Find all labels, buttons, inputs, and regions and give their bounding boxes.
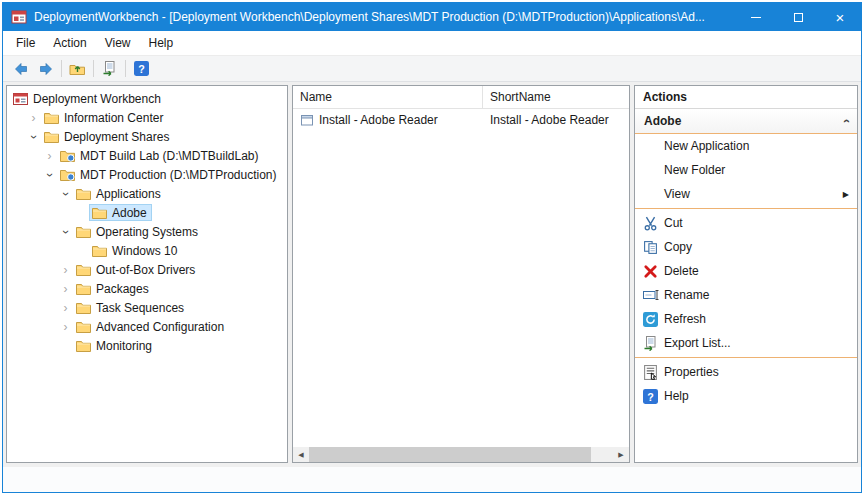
- workbench-icon: [13, 92, 28, 106]
- chevron-collapsed-icon[interactable]: ›: [58, 282, 73, 296]
- close-icon: ×: [836, 10, 845, 25]
- tree-item-mdt-production-d-mdtproduction[interactable]: ›MDT Production (D:\MDTProduction): [7, 165, 287, 184]
- tree-item-windows-10[interactable]: Windows 10: [7, 241, 287, 260]
- menu-file[interactable]: File: [7, 31, 44, 55]
- tree-item-label: Windows 10: [112, 245, 177, 257]
- tree-item-out-of-box-drivers[interactable]: ›Out-of-Box Drivers: [7, 260, 287, 279]
- delete-icon: [643, 264, 664, 279]
- menu-action[interactable]: Action: [44, 31, 95, 55]
- minimize-button[interactable]: [735, 3, 777, 31]
- collapse-group-icon[interactable]: ›: [839, 119, 853, 123]
- title-bar[interactable]: DeploymentWorkbench - [Deployment Workbe…: [3, 3, 861, 31]
- tree-item-content[interactable]: MDT Build Lab (D:\MDTBuildLab): [57, 147, 264, 164]
- action-copy[interactable]: Copy: [635, 235, 857, 259]
- menu-view[interactable]: View: [96, 31, 140, 55]
- action-refresh[interactable]: Refresh: [635, 307, 857, 331]
- close-button[interactable]: ×: [819, 3, 861, 31]
- list-column-headers: NameShortName: [293, 86, 629, 109]
- tree-item-label: Adobe: [112, 207, 147, 219]
- action-properties[interactable]: Properties: [635, 360, 857, 384]
- tree-item-label: Packages: [96, 283, 149, 295]
- tree-item-packages[interactable]: ›Packages: [7, 279, 287, 298]
- tree-item-content[interactable]: Packages: [73, 280, 154, 297]
- tree-item-information-center[interactable]: ›Information Center: [7, 108, 287, 127]
- tree-item-advanced-configuration[interactable]: ›Advanced Configuration: [7, 317, 287, 336]
- menu-help[interactable]: Help: [140, 31, 183, 55]
- export-list-button[interactable]: [97, 57, 122, 80]
- action-label: Properties: [664, 366, 719, 378]
- folder-icon: [76, 187, 91, 200]
- column-header-shortname[interactable]: ShortName: [483, 86, 629, 108]
- tree-item-content[interactable]: Deployment Shares: [41, 128, 174, 145]
- horizontal-scrollbar[interactable]: ◀ ▶: [293, 447, 629, 462]
- tree-item-deployment-shares[interactable]: ›Deployment Shares: [7, 127, 287, 146]
- tree-item-content[interactable]: Deployment Workbench: [10, 90, 166, 108]
- folder-icon: [44, 111, 59, 124]
- tree-item-operating-systems[interactable]: ›Operating Systems: [7, 222, 287, 241]
- tree-item-label: Deployment Shares: [64, 131, 169, 143]
- tree-item-content[interactable]: Operating Systems: [73, 223, 203, 240]
- actions-group-header-adobe[interactable]: Adobe ›: [635, 109, 857, 134]
- tree-item-content[interactable]: Monitoring: [73, 337, 157, 354]
- chevron-expanded-icon[interactable]: ›: [58, 187, 73, 201]
- tree-item-applications[interactable]: ›Applications: [7, 184, 287, 203]
- chevron-collapsed-icon[interactable]: ›: [58, 263, 73, 277]
- up-one-level-button[interactable]: [65, 57, 90, 80]
- folder-icon: [76, 339, 91, 352]
- up-one-level-icon: [69, 61, 86, 76]
- action-label: View: [664, 188, 690, 200]
- actions-group-label: Adobe: [644, 114, 681, 128]
- tree-item-deployment-workbench[interactable]: Deployment Workbench: [7, 89, 287, 108]
- list-item-install-adobe-reader[interactable]: Install - Adobe ReaderInstall - Adobe Re…: [293, 109, 629, 130]
- tree-item-mdt-build-lab-d-mdtbuildlab[interactable]: ›MDT Build Lab (D:\MDTBuildLab): [7, 146, 287, 165]
- maximize-icon: [794, 13, 803, 22]
- export-list-icon: [102, 61, 117, 76]
- tree-item-content[interactable]: MDT Production (D:\MDTProduction): [57, 166, 282, 183]
- tree-item-content[interactable]: Out-of-Box Drivers: [73, 261, 200, 278]
- tree-item-adobe[interactable]: Adobe: [7, 203, 287, 222]
- tree-item-monitoring[interactable]: Monitoring: [7, 336, 287, 355]
- action-new-application[interactable]: New Application: [635, 134, 857, 158]
- tree-item-content[interactable]: Windows 10: [89, 242, 182, 259]
- folder-icon: [44, 130, 59, 143]
- tree-item-content[interactable]: Information Center: [41, 109, 168, 126]
- chevron-expanded-icon[interactable]: ›: [26, 130, 41, 144]
- action-rename[interactable]: Rename: [635, 283, 857, 307]
- chevron-collapsed-icon[interactable]: ›: [42, 149, 57, 163]
- back-button[interactable]: [8, 57, 33, 80]
- action-new-folder[interactable]: New Folder: [635, 158, 857, 182]
- action-delete[interactable]: Delete: [635, 259, 857, 283]
- results-pane: NameShortName Install - Adobe ReaderInst…: [292, 85, 630, 463]
- help-button[interactable]: ?: [129, 57, 154, 80]
- action-export-list[interactable]: Export List...: [635, 331, 857, 355]
- deployment-workbench-window: DeploymentWorkbench - [Deployment Workbe…: [2, 2, 862, 493]
- chevron-expanded-icon[interactable]: ›: [58, 225, 73, 239]
- tree-item-content[interactable]: Applications: [73, 185, 166, 202]
- column-header-name[interactable]: Name: [293, 86, 483, 108]
- action-label: Refresh: [664, 313, 706, 325]
- maximize-button[interactable]: [777, 3, 819, 31]
- scroll-left-button[interactable]: ◀: [293, 447, 309, 462]
- scrollbar-thumb[interactable]: [309, 447, 591, 462]
- chevron-collapsed-icon[interactable]: ›: [58, 301, 73, 315]
- tree-item-content[interactable]: Adobe: [89, 204, 152, 221]
- chevron-expanded-icon[interactable]: ›: [42, 168, 57, 182]
- action-label: Copy: [664, 241, 692, 253]
- svg-text:?: ?: [138, 63, 145, 75]
- action-help[interactable]: ?Help: [635, 384, 857, 408]
- action-view[interactable]: View▶: [635, 182, 857, 206]
- action-cut[interactable]: Cut: [635, 211, 857, 235]
- tree-item-task-sequences[interactable]: ›Task Sequences: [7, 298, 287, 317]
- export-icon: [643, 336, 664, 351]
- action-label: Delete: [664, 265, 699, 277]
- forward-button[interactable]: [33, 57, 58, 80]
- tree-item-label: Operating Systems: [96, 226, 198, 238]
- console-tree-pane: Deployment Workbench›Information Center›…: [6, 85, 288, 463]
- scroll-right-button[interactable]: ▶: [613, 447, 629, 462]
- tree-item-content[interactable]: Advanced Configuration: [73, 318, 229, 335]
- chevron-collapsed-icon[interactable]: ›: [58, 320, 73, 334]
- actions-pane-title: Actions: [635, 86, 857, 109]
- chevron-collapsed-icon[interactable]: ›: [26, 111, 41, 125]
- back-icon: [13, 61, 29, 77]
- tree-item-content[interactable]: Task Sequences: [73, 299, 189, 316]
